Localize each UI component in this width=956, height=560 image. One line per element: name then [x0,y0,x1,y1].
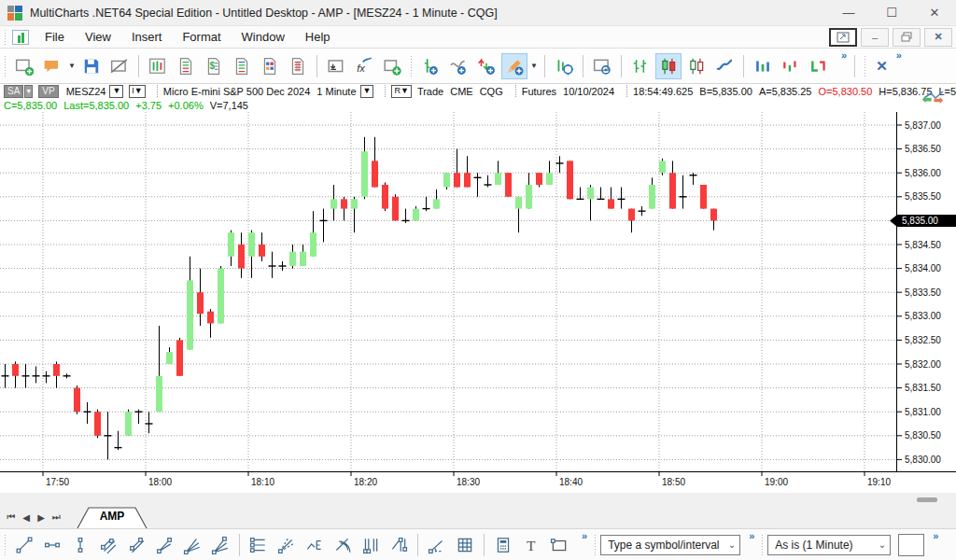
grid [0,112,896,471]
horizontal-line-button[interactable] [40,533,64,557]
alerts-dropdown[interactable]: ▼ [66,53,77,79]
save-desktop-button[interactable] [78,53,105,79]
symbol-interval-combo[interactable]: Type a symbol/interval⌄ [600,535,740,555]
style-dot-button[interactable] [778,53,804,79]
alerts-button[interactable] [39,53,65,79]
fibonacci-speed-fan-button[interactable] [208,533,232,557]
toolbar-overflow-chevron[interactable]: » [893,49,905,62]
formula-editor-button[interactable]: fx [351,53,377,79]
insert-signal-button[interactable] [473,53,499,79]
instrument-dropdown[interactable]: I▼ [129,85,145,98]
drawing-tools-button[interactable] [501,53,527,79]
chart-window-button[interactable] [145,53,171,79]
fibonacci-timezones-button[interactable] [358,533,383,557]
menu-help[interactable]: Help [295,26,341,49]
candle [649,177,655,208]
drawing-toolbar-overflow-chevron[interactable]: » [579,529,590,542]
calculator-button[interactable] [491,533,515,557]
symbol-dropdown[interactable]: ▼ [109,85,123,98]
hscrollbar-thumb[interactable] [917,497,937,502]
popout-window-button[interactable] [829,28,857,47]
grid-tool-button[interactable] [453,533,477,557]
last-tab-button[interactable]: ⏭ [49,511,63,523]
toolbar-grip[interactable] [863,54,867,78]
format-study-button[interactable] [551,53,577,79]
insert-study-button[interactable] [445,53,471,79]
chart-hscrollbar[interactable] [0,493,956,506]
style-candlestick-button[interactable] [655,53,682,79]
toolbar-grip[interactable] [3,54,7,78]
menu-format[interactable]: Format [172,26,231,49]
trend-angle-button[interactable] [425,533,449,557]
minimize-button[interactable]: — [827,0,870,26]
prev-tab-button[interactable]: ◀ [19,512,34,523]
trendline-button[interactable] [12,533,36,557]
fibonacci-fan-button[interactable] [274,533,299,557]
add-plugin-button[interactable] [379,53,405,79]
toolbar-grip[interactable] [409,54,414,78]
drawing-toolbar-overflow-chevron[interactable]: » [930,529,941,542]
toolbar-grip[interactable] [593,533,598,557]
mdi-minimize-button[interactable]: – [861,28,889,47]
trend-arrows-icon[interactable] [921,90,949,110]
menu-file[interactable]: File [35,26,75,49]
close-desktop-button[interactable] [106,53,133,79]
fibonacci-extension-button[interactable] [302,533,327,557]
fibonacci-price-extension-button[interactable] [387,533,411,557]
candle [669,161,676,208]
style-line-button[interactable] [711,53,738,79]
speed-resistance-lines-button[interactable] [152,533,176,557]
market-scanner-button[interactable] [257,53,283,79]
style-histogram-button[interactable] [750,53,776,79]
andrews-pitchfork-button[interactable] [96,533,120,557]
menu-insert[interactable]: Insert [121,26,173,49]
drawing-toolbar-overflow-chevron[interactable]: » [746,529,757,542]
first-tab-button[interactable]: ⏮ [4,511,19,523]
menu-window[interactable]: Window [232,26,295,49]
quote-board-button[interactable] [173,53,199,79]
toolbar-close-icon[interactable]: ✕ [870,58,893,75]
status-analysis-dropdown[interactable]: ▼ [24,85,33,98]
style-ohlc-button[interactable] [627,53,654,79]
resolution-combo[interactable]: As is (1 Minute)⌄ [767,535,891,555]
route-dropdown[interactable]: R▼ [391,85,411,98]
close-button[interactable]: ✕ [913,0,956,26]
time-and-sales-button[interactable]: $ [201,53,227,79]
candle [526,173,532,208]
toolbar-grip[interactable] [760,533,765,557]
text-tool-button[interactable]: T [519,533,543,557]
style-hollow-candle-button[interactable] [683,53,710,79]
parallel-channel-icon [127,536,146,554]
mdi-close-button[interactable]: ✕ [924,28,952,47]
candle-series [2,137,718,460]
insert-symbol-button[interactable] [417,53,443,79]
gann-fan-button[interactable] [180,533,204,557]
mdi-restore-button[interactable] [893,28,921,47]
mini-button[interactable] [898,534,924,556]
maximize-button[interactable]: ☐ [870,0,913,26]
chart-panel[interactable]: 5,837.005,836.505,836.005,835.505,835.00… [0,112,956,493]
menu-view[interactable]: View [75,26,121,49]
market-depth-button[interactable] [229,53,255,79]
fibonacci-arcs-button[interactable] [330,533,355,557]
parallel-channel-button[interactable] [124,533,148,557]
drawing-tools-dropdown[interactable]: ▼ [528,53,540,79]
interval-dropdown[interactable]: ▼ [360,85,374,98]
format-window-button[interactable] [589,53,615,79]
vertical-line-button[interactable] [68,533,92,557]
chart-menu-icon[interactable] [12,30,29,45]
toolbar-grip[interactable] [3,533,7,557]
dock-window-button[interactable] [323,53,349,79]
tab-amp[interactable]: AMP [77,507,148,528]
new-chart-window-button[interactable] [11,53,37,79]
style-step-button[interactable] [806,53,832,79]
rectangle-tool-button[interactable] [547,533,571,557]
next-tab-button[interactable]: ▶ [34,512,49,523]
fibonacci-retracement-button[interactable] [246,533,271,557]
toolbar-grip[interactable] [3,28,7,45]
chart-canvas[interactable]: 5,837.005,836.505,836.005,835.505,835.00… [0,112,956,493]
order-tracker-button[interactable] [285,53,311,79]
volume-profile-chip[interactable]: VP [38,85,58,98]
toolbar-overflow-chevron[interactable]: » [838,49,850,62]
status-analysis-chip[interactable]: SA [4,85,23,98]
